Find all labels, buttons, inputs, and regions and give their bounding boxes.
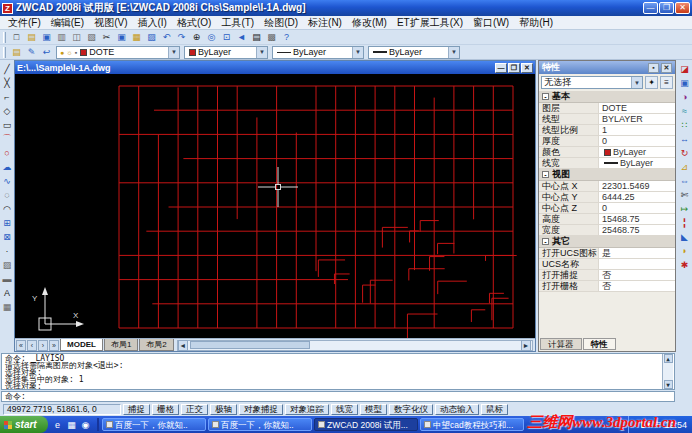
status-toggle-button[interactable]: 对象追踪 [285,404,329,415]
plot-icon[interactable]: ▥ [54,31,69,44]
xline-icon[interactable]: ╳ [1,76,14,89]
menu-item[interactable]: 窗口(W) [468,16,514,30]
region-icon[interactable]: ▬ [1,272,14,285]
show-desktop-icon[interactable]: ▦ [65,418,78,431]
scroll-right-icon[interactable]: ► [521,340,531,351]
rectangle-icon[interactable]: ▭ [1,118,14,131]
status-toggle-button[interactable]: 极轴 [210,404,237,415]
doc-minimize-button[interactable]: — [495,63,507,73]
scale-icon[interactable]: ⊿ [678,160,691,173]
taskbar-task-baidu2[interactable]: 百度一下，你就知.. [208,418,312,431]
selection-combo[interactable]: 无选择 ▼ [541,76,643,89]
tab-model[interactable]: MODEL [60,339,103,351]
match-properties-icon[interactable]: ▨ [144,31,159,44]
status-toggle-button[interactable]: 线宽 [331,404,358,415]
menu-item[interactable]: 绘图(D) [259,16,303,30]
tab-layout1[interactable]: 布局1 [104,339,138,351]
line-icon[interactable]: ╱ [1,62,14,75]
properties-palette-icon[interactable]: ▤ [249,31,264,44]
menu-item[interactable]: 工具(T) [216,16,259,30]
mirror-icon[interactable]: ◑ [678,90,691,103]
arc-icon[interactable]: ⌒ [1,132,14,145]
mtext-icon[interactable]: A [1,286,14,299]
command-history[interactable]: 命令: _LAYISO请选择需隔离图层的对象<退出>:选择对象:选择集当中的对象… [1,353,675,390]
scroll-left-icon[interactable]: ◄ [178,340,188,351]
make-object-layer-current-icon[interactable]: ✎ [24,46,39,59]
publish-icon[interactable]: ▧ [84,31,99,44]
zoom-window-icon[interactable]: ⊡ [219,31,234,44]
extend-icon[interactable]: ↦ [678,202,691,215]
scroll-down-icon[interactable]: ▼ [664,380,673,389]
next-tab-button[interactable]: › [38,340,48,351]
document-titlebar[interactable]: E:\...\Sample\I-1A.dwg — ❐ ✕ [15,61,535,74]
status-toggle-button[interactable]: 数字化仪 [389,404,433,415]
status-toggle-button[interactable]: 正交 [181,404,208,415]
property-row-ltscale[interactable]: 线型比例 1 [539,125,675,136]
first-tab-button[interactable]: « [16,340,26,351]
taskbar-task-tutorial[interactable]: 中望cad教程技巧和... [420,418,524,431]
quick-select-icon[interactable]: ✦ [645,76,658,89]
print-preview-icon[interactable]: ◫ [69,31,84,44]
prev-tab-button[interactable]: ‹ [27,340,37,351]
select-objects-icon[interactable]: ≡ [660,76,673,89]
group-view[interactable]: - 视图 [539,169,675,181]
trim-icon[interactable]: ✄ [678,188,691,201]
palette-close-icon[interactable]: ✕ [661,63,672,73]
property-row-color[interactable]: 颜色 ByLayer [539,147,675,158]
taskbar-task-baidu1[interactable]: 百度一下，你就知.. [102,418,206,431]
doc-close-button[interactable]: ✕ [521,63,533,73]
restore-button[interactable]: ❐ [659,2,674,14]
tab-properties[interactable]: 特性 [583,338,616,350]
menu-item[interactable]: 标注(N) [303,16,347,30]
chevron-down-icon[interactable]: ▼ [168,47,179,58]
menu-item[interactable]: 插入(I) [132,16,171,30]
collapse-icon[interactable]: - [542,171,549,178]
group-other[interactable]: - 其它 [539,236,675,248]
status-toggle-button[interactable]: 捕捉 [123,404,150,415]
menu-item[interactable]: 格式(O) [172,16,216,30]
chevron-down-icon[interactable]: ▼ [256,47,267,58]
revcloud-icon[interactable]: ☁ [1,160,14,173]
close-button[interactable]: ✕ [675,2,690,14]
property-row-center-y[interactable]: 中心点 Y 6444.25 [539,192,675,203]
stretch-icon[interactable]: ⇔ [678,174,691,187]
menu-item[interactable]: 文件(F) [3,16,46,30]
media-player-icon[interactable]: ◉ [79,418,92,431]
collapse-icon[interactable]: - [542,238,549,245]
menu-item[interactable]: 帮助(H) [514,16,558,30]
coordinate-readout[interactable]: 49972.7719, 51861.6, 0 [3,404,121,415]
offset-icon[interactable]: ≈ [678,104,691,117]
circle-icon[interactable]: ○ [1,146,14,159]
new-file-icon[interactable]: □ [9,31,24,44]
status-toggle-button[interactable]: 动态输入 [435,404,479,415]
break-icon[interactable]: ╏ [678,216,691,229]
titlebar[interactable]: Z ZWCAD 2008i 试用版 [E:\ZWCAD 2008i Chs\Sa… [0,0,692,16]
ellipse-arc-icon[interactable]: ◠ [1,202,14,215]
tab-layout2[interactable]: 布局2 [139,339,173,351]
status-toggle-button[interactable]: 对象捕捉 [239,404,283,415]
open-file-icon[interactable]: ▤ [24,31,39,44]
fillet-icon[interactable]: ◗ [678,244,691,257]
rotate-icon[interactable]: ↻ [678,146,691,159]
start-button[interactable]: start [0,416,48,433]
menu-item[interactable]: ET扩展工具(X) [392,16,468,30]
zoom-previous-icon[interactable]: ◄ [234,31,249,44]
design-center-icon[interactable]: ▩ [264,31,279,44]
paste-icon[interactable]: ▦ [129,31,144,44]
property-row-snap-on[interactable]: 打开捕捉 否 [539,270,675,281]
insert-block-icon[interactable]: ⊞ [1,216,14,229]
hatch-icon[interactable]: ▨ [1,258,14,271]
chevron-down-icon[interactable]: ▼ [448,47,459,58]
collapse-icon[interactable]: - [542,93,549,100]
erase-icon[interactable]: ◪ [678,62,691,75]
model-space-canvas[interactable]: Y X [15,74,535,340]
property-row-center-z[interactable]: 中心点 Z 0 [539,203,675,214]
taskbar-task-zwcad[interactable]: ZWCAD 2008i 试用... [314,418,418,431]
save-icon[interactable]: ▣ [39,31,54,44]
table-icon[interactable]: ▦ [1,300,14,313]
property-row-ucs-name[interactable]: UCS名称 [539,259,675,270]
property-row-layer[interactable]: 图层 DOTE [539,103,675,114]
point-icon[interactable]: · [1,244,14,257]
doc-restore-button[interactable]: ❐ [508,63,520,73]
property-row-ucs-icon-on[interactable]: 打开UCS图标 是 [539,248,675,259]
